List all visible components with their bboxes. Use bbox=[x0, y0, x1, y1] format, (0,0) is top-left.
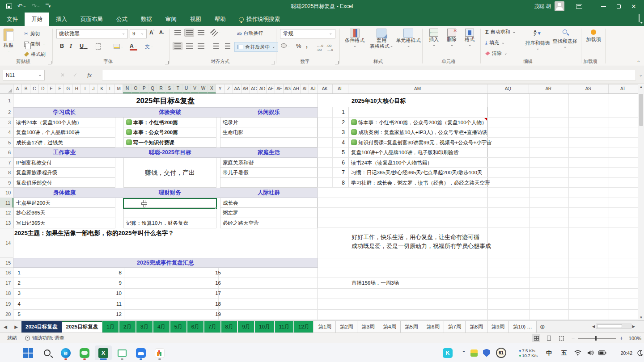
sheet-tab[interactable]: 4月 bbox=[153, 321, 170, 333]
goal-row[interactable]: 6 读书24本（读复盘100个人物书籍） bbox=[318, 158, 638, 168]
motto-cell[interactable]: 好好工作，快乐生活，用心复盘，让生命有迹可循 成功既是爱，爱是一切原动力，祝福所… bbox=[352, 233, 491, 250]
ime-indicator[interactable]: 中 bbox=[546, 345, 552, 360]
row-header[interactable]: 6 bbox=[0, 147, 13, 158]
accessibility-status[interactable]: 辅助功能: 调查 bbox=[25, 333, 64, 343]
sheet-tab[interactable]: 第4周 bbox=[379, 321, 401, 333]
zoom-slider[interactable] bbox=[578, 338, 616, 339]
column-header[interactable]: C bbox=[30, 84, 39, 93]
cell-y12[interactable]: 粥左罗 bbox=[220, 208, 318, 218]
column-header[interactable]: AM bbox=[348, 84, 487, 93]
column-header[interactable]: T bbox=[174, 84, 182, 93]
sheet-tab[interactable]: 8月 bbox=[221, 321, 238, 333]
battery-icon[interactable] bbox=[598, 345, 606, 360]
scroll-up-icon[interactable]: ▲ bbox=[638, 85, 644, 89]
fill-handle[interactable] bbox=[215, 207, 217, 209]
sheet-tab[interactable]: 2月 bbox=[119, 321, 136, 333]
sheet-tab[interactable]: 第6周 bbox=[422, 321, 444, 333]
list-number-cell[interactable]: 8 bbox=[80, 268, 122, 278]
sheet-tab[interactable]: 7月 bbox=[204, 321, 221, 333]
align-top-button[interactable] bbox=[173, 29, 182, 37]
sheet-tab[interactable]: 第5周 bbox=[401, 321, 422, 333]
column-header[interactable]: AB bbox=[242, 84, 250, 93]
theme-cell[interactable]: 2025主题：如果生活像一部电影，你的2025年叫什么名字？ bbox=[14, 229, 174, 237]
insert-function-icon[interactable]: fx bbox=[84, 70, 95, 80]
tab-scroll-right-icon[interactable]: ▶ bbox=[11, 321, 21, 333]
increase-decimal-button[interactable]: ←.0.00 bbox=[317, 44, 323, 52]
align-bottom-button[interactable] bbox=[196, 29, 206, 37]
sheet-tab[interactable]: 第2周 bbox=[336, 321, 357, 333]
column-header[interactable]: AT bbox=[609, 84, 637, 93]
zoom-slider-thumb[interactable] bbox=[595, 336, 597, 341]
row-header[interactable]: 15 bbox=[0, 258, 13, 268]
expand-formula-bar-icon[interactable]: ⌄ bbox=[639, 72, 643, 77]
column-header[interactable]: Q bbox=[148, 84, 157, 93]
align-right-button[interactable] bbox=[196, 42, 206, 50]
column-header[interactable]: I bbox=[81, 84, 89, 93]
scroll-down-icon[interactable]: ▼ bbox=[638, 316, 644, 320]
delete-cells-button[interactable]: 删除 bbox=[444, 29, 459, 49]
shield-icon[interactable] bbox=[483, 345, 490, 360]
underline-button[interactable]: U bbox=[78, 43, 89, 49]
column-header[interactable]: AE bbox=[267, 84, 275, 93]
alignment-dialog-launcher[interactable] bbox=[271, 61, 275, 64]
format-cells-button[interactable]: 格式 bbox=[462, 29, 477, 49]
cell-y5[interactable] bbox=[220, 138, 318, 148]
speaker-icon[interactable] bbox=[587, 345, 594, 360]
ribbon-tab[interactable]: 帮助 bbox=[208, 13, 233, 26]
sheet-tab[interactable]: 2024目标复盘 bbox=[21, 321, 62, 333]
cell-y4[interactable]: 生命电影 bbox=[220, 127, 318, 138]
column-header[interactable]: X bbox=[208, 84, 216, 93]
sort-filter-button[interactable]: AZ▼排序和筛选 bbox=[525, 29, 551, 52]
cell-a9[interactable]: 复盘俱乐部交付 bbox=[13, 178, 115, 188]
sheet-tab[interactable]: 第1周 bbox=[314, 321, 335, 333]
column-header[interactable]: R bbox=[157, 84, 165, 93]
cell-a11[interactable]: 七点早起200天 bbox=[13, 198, 115, 208]
cell-a4[interactable]: 复盘100讲，个人品牌100讲 bbox=[13, 127, 115, 138]
sheet-tab[interactable]: 2025目标复盘 bbox=[62, 321, 103, 333]
formula-input[interactable] bbox=[102, 70, 636, 80]
font-dialog-launcher[interactable] bbox=[165, 61, 169, 64]
goal-text[interactable] bbox=[348, 107, 487, 117]
cell-y11[interactable]: 成长会 bbox=[220, 198, 318, 208]
align-middle-button[interactable] bbox=[184, 29, 194, 37]
sheet-tab[interactable]: 6月 bbox=[187, 321, 204, 333]
cell-y7[interactable]: 家庭关系和谐 bbox=[220, 158, 318, 168]
goal-text[interactable]: 成功案例：复盘家族10人+IP3人)，公众号专栏+直播访谈 bbox=[348, 127, 487, 137]
select-all-corner[interactable] bbox=[0, 84, 13, 93]
column-header[interactable]: AR bbox=[529, 84, 568, 93]
sheet-tab[interactable]: 12月 bbox=[294, 321, 314, 333]
clear-button[interactable]: 清除 bbox=[485, 50, 508, 57]
row-header[interactable]: 19 bbox=[0, 299, 13, 309]
goal-row[interactable]: 3 成功案例：复盘家族10人+IP3人)，公众号专栏+直播访谈 bbox=[318, 127, 638, 138]
row-header[interactable]: 11 bbox=[0, 198, 13, 208]
page-break-view-button[interactable] bbox=[557, 334, 565, 342]
number-format-select[interactable]: 常规 bbox=[280, 29, 335, 38]
list-number-cell[interactable]: 19 bbox=[181, 309, 221, 320]
merge-center-button[interactable]: 合并后居中 bbox=[234, 42, 278, 52]
list-number-cell[interactable]: 11 bbox=[80, 299, 122, 309]
restore-button[interactable] bbox=[611, 0, 626, 13]
ribbon-tab[interactable]: 公式 bbox=[110, 13, 134, 26]
minimize-button[interactable] bbox=[596, 0, 611, 13]
cell-n7-merged[interactable]: 赚钱，交付，产出 bbox=[123, 158, 216, 188]
tab-scroll-left-icon[interactable]: ◀ bbox=[0, 321, 11, 333]
decrease-indent-button[interactable] bbox=[211, 42, 221, 50]
goal-row[interactable]: 5 复盘100讲+个人品牌100讲，电子版和印刷验货 bbox=[318, 147, 638, 158]
tray-app-icon[interactable]: K bbox=[443, 345, 453, 360]
column-header[interactable]: AQ bbox=[487, 84, 529, 93]
goal-row[interactable]: 4 知识付费课=复盘创富30讲卖99元，视频号+公众号+小宇宙 bbox=[318, 138, 638, 148]
comments-icon[interactable] bbox=[639, 14, 640, 22]
ribbon-tab[interactable]: 审阅 bbox=[159, 13, 183, 26]
list-number-cell[interactable]: 3 bbox=[13, 288, 21, 299]
goal-row[interactable]: 2 练本事：小红书200篇，公众号200篇（复盘100个人物） bbox=[318, 118, 638, 128]
column-header[interactable]: B bbox=[22, 84, 30, 93]
sheet-tab[interactable]: 1月 bbox=[102, 321, 119, 333]
conditional-formatting-button[interactable]: 条件格式 bbox=[343, 29, 367, 50]
close-button[interactable]: ✕ bbox=[626, 0, 641, 13]
align-center-button[interactable] bbox=[184, 42, 194, 50]
moon-icon[interactable] bbox=[637, 345, 643, 360]
sheet-tab[interactable]: 5月 bbox=[170, 321, 187, 333]
normal-view-button[interactable] bbox=[532, 334, 540, 342]
hidden-icons-chevron[interactable]: ⌃ bbox=[462, 345, 466, 360]
sheet-tab[interactable]: 11月 bbox=[275, 321, 294, 333]
